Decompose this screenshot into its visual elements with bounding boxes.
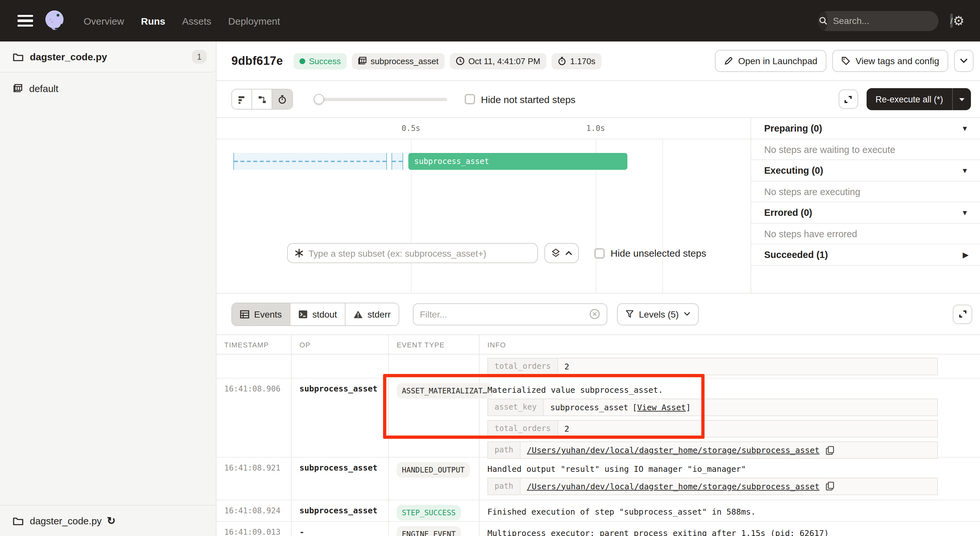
path-link[interactable]: /Users/yuhan/dev/local/dagster_home/stor… [527, 481, 819, 491]
event-message: Finished execution of step "subprocess_a… [487, 506, 972, 516]
global-search[interactable]: / [818, 11, 939, 31]
cell-timestamp: 16:41:08.906 [216, 379, 292, 456]
nav-item-deployment[interactable]: Deployment [228, 15, 280, 26]
table-row: 16:41:09.013-ENGINE_EVENTMultiprocess ex… [216, 522, 980, 536]
nav-item-runs[interactable]: Runs [141, 15, 165, 26]
gantt-zoom-slider[interactable] [314, 94, 447, 104]
nav-item-assets[interactable]: Assets [182, 15, 211, 26]
view-mode-waterfall-button[interactable] [252, 89, 272, 109]
cell-timestamp [216, 355, 292, 378]
hide-unselected-checkbox[interactable]: Hide unselected steps [594, 248, 706, 259]
pencil-icon [724, 56, 733, 65]
cell-op: subprocess_asset [292, 457, 389, 499]
event-type-badge: HANDLED_OUTPUT [397, 462, 470, 477]
metadata-key: total_orders [488, 358, 558, 375]
column-header-timestamp: TIMESTAMP [216, 335, 292, 354]
gantt-view-mode-group [231, 89, 293, 110]
metadata-entry-asset_key: asset_keysubprocess_asset[View Asset] [487, 399, 938, 416]
tab-stdout[interactable]: stdout [290, 303, 345, 325]
step-panel-section-succeeded[interactable]: Succeeded (1)▶ [751, 244, 980, 266]
checkbox-icon[interactable] [594, 248, 605, 258]
top-navbar: OverviewRunsAssetsDeployment / ⚙ [0, 0, 980, 41]
success-dot-icon [299, 58, 305, 64]
step-subset-field[interactable] [287, 243, 538, 263]
cell-info: Handled output "result" using IO manager… [480, 457, 980, 499]
run-actions-chevron-button[interactable] [954, 50, 974, 72]
caret-right-icon: ▶ [963, 250, 968, 259]
view-tags-config-button[interactable]: View tags and config [832, 50, 948, 72]
chevron-down-icon [684, 312, 690, 316]
gantt-section: 0.5s 1.0s subprocess_asset [216, 118, 980, 294]
cell-op: subprocess_asset [292, 500, 389, 521]
warning-icon [353, 310, 363, 318]
gantt-step-bar[interactable]: subprocess_asset [408, 153, 627, 170]
step-panel-section-errored[interactable]: Errored (0)▼ [751, 202, 980, 224]
nav-item-overview[interactable]: Overview [84, 15, 124, 26]
job-tag[interactable]: subprocess_asset [352, 53, 445, 69]
hide-not-started-checkbox[interactable]: Hide not started steps [465, 94, 576, 105]
event-message: Handled output "result" using IO manager… [487, 464, 972, 474]
view-asset-link[interactable]: View Asset [637, 402, 686, 412]
gantt-time-axis: 0.5s 1.0s [216, 118, 751, 139]
cell-info: Finished execution of step "subprocess_a… [480, 500, 980, 521]
dagster-logo-icon[interactable] [42, 8, 67, 33]
tag-icon [841, 56, 850, 65]
gear-icon[interactable]: ⚙ [953, 14, 964, 27]
copy-path-icon[interactable] [826, 445, 835, 455]
clear-filter-icon[interactable] [589, 309, 600, 320]
gantt-waiting-box-small [391, 153, 403, 170]
slider-knob[interactable] [314, 94, 324, 104]
gantt-fullscreen-button[interactable] [838, 89, 858, 109]
path-link[interactable]: /Users/yuhan/dev/local/dagster_home/stor… [527, 445, 819, 455]
gantt-toolbar: Hide not started steps Re-execute all (*… [216, 81, 980, 118]
caret-down-icon: ▼ [961, 209, 968, 216]
metadata-value: /Users/yuhan/dev/local/dagster_home/stor… [520, 478, 841, 494]
table-row: 16:41:08.921subprocess_assetHANDLED_OUTP… [216, 457, 980, 500]
sidebar-item-default-job[interactable]: default [0, 76, 216, 100]
search-input[interactable] [833, 16, 950, 26]
events-table: TIMESTAMPOPEVENT TYPEINFO total_orders21… [216, 335, 980, 536]
step-subset-input[interactable] [309, 248, 531, 258]
cell-event-type [389, 355, 480, 378]
gridline [662, 139, 663, 293]
navbar-menu: OverviewRunsAssetsDeployment [84, 15, 280, 26]
events-fullscreen-button[interactable] [953, 304, 972, 324]
search-icon [819, 11, 828, 30]
re-execute-dropdown-caret[interactable] [952, 88, 971, 110]
footer-repo-name: dagster_code.py [30, 515, 102, 526]
step-panel-section-preparing[interactable]: Preparing (0)▼ [751, 118, 980, 139]
checkbox-icon[interactable] [465, 94, 475, 104]
reload-repo-icon[interactable]: ↻ [107, 515, 116, 527]
expand-icon [843, 94, 853, 104]
hamburger-menu-icon[interactable] [18, 15, 33, 27]
copy-path-icon[interactable] [826, 482, 835, 491]
tab-stderr[interactable]: stderr [345, 303, 399, 325]
terminal-icon [298, 310, 308, 318]
log-filter-input[interactable] [420, 309, 589, 319]
event-type-badge: ASSET_MATERIALIZAT… [397, 383, 492, 399]
log-filter-field[interactable] [413, 303, 607, 325]
step-panel-empty-message: No steps are executing [751, 181, 980, 202]
cell-info: total_orders2 [480, 355, 980, 378]
step-panel-section-executing[interactable]: Executing (0)▼ [751, 160, 980, 181]
tab-events[interactable]: Events [232, 303, 290, 325]
folder-icon [13, 52, 23, 61]
status-badge: Success [293, 53, 347, 69]
levels-filter-button[interactable]: Levels (5) [617, 303, 699, 325]
cell-op: subprocess_asset [292, 379, 389, 456]
graph-options-button[interactable] [544, 243, 579, 263]
open-in-launchpad-button[interactable]: Open in Launchpad [715, 50, 826, 72]
clock-icon [455, 56, 465, 65]
metadata-key: asset_key [488, 399, 544, 415]
sidebar-repo-header[interactable]: dagster_code.py 1 [0, 41, 216, 73]
slider-track[interactable] [314, 98, 447, 101]
job-grid-icon [358, 56, 367, 65]
op-selector-icon [294, 248, 304, 258]
cell-timestamp: 16:41:08.921 [216, 457, 292, 499]
re-execute-button[interactable]: Re-execute all (*) [866, 88, 971, 110]
view-mode-timed-button[interactable] [272, 89, 292, 109]
view-mode-flat-button[interactable] [232, 89, 252, 109]
step-status-panel: Preparing (0)▼No steps are waiting to ex… [751, 118, 980, 293]
gantt-chart: 0.5s 1.0s subprocess_asset [216, 118, 751, 293]
stopwatch-icon [557, 56, 566, 65]
